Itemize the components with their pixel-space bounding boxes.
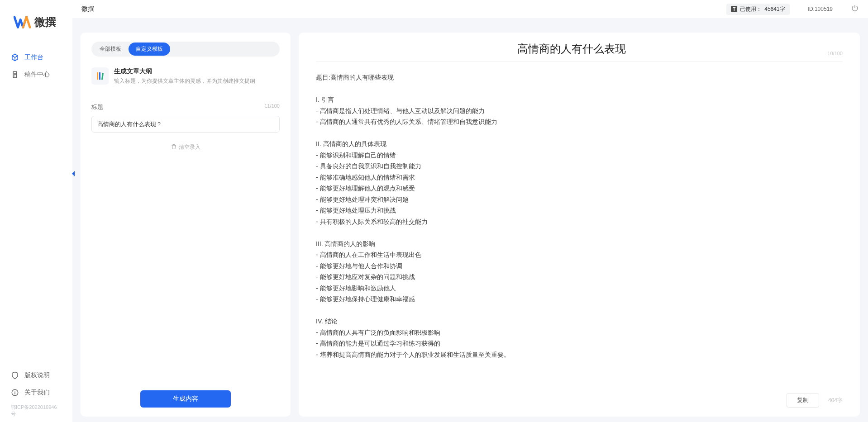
sidebar-item-label: 关于我们 xyxy=(24,389,50,397)
text-icon: T xyxy=(731,6,737,12)
template-card: 生成文章大纲 输入标题，为你提供文章主体的灵感，并为其创建推文提纲 xyxy=(91,67,280,85)
output-panel: 高情商的人有什么表现 10/100 题目:高情商的人有哪些表现 I. 引言 - … xyxy=(299,33,860,417)
output-title-counter: 10/100 xyxy=(827,51,843,56)
sidebar-collapse-handle[interactable] xyxy=(70,169,77,178)
sidebar-item-about[interactable]: 关于我们 xyxy=(0,384,72,401)
power-icon[interactable] xyxy=(851,4,859,14)
sidebar-item-label: 稿件中心 xyxy=(24,71,50,79)
icp-label: 鄂ICP备2022016946号 xyxy=(0,401,72,417)
sidebar-item-label: 版权说明 xyxy=(24,371,50,379)
title-input[interactable] xyxy=(91,116,280,133)
info-icon xyxy=(11,389,19,397)
clear-label: 清空录入 xyxy=(179,143,200,151)
title-char-counter: 11/100 xyxy=(264,103,280,111)
copy-button[interactable]: 复制 xyxy=(787,393,819,408)
config-panel: 全部模板 自定义模板 生成文章大纲 输入标题，为你提供文章主体的灵感，并为其创建… xyxy=(81,33,291,417)
user-id: ID:100519 xyxy=(808,6,833,12)
logo-icon xyxy=(14,14,31,31)
tab-custom-templates[interactable]: 自定义模板 xyxy=(129,43,170,56)
document-icon xyxy=(11,71,19,79)
output-title: 高情商的人有什么表现 xyxy=(316,42,827,56)
shield-icon xyxy=(11,371,19,379)
usage-badge[interactable]: T 已使用： 45641字 xyxy=(726,4,789,15)
usage-prefix: 已使用： xyxy=(740,5,762,13)
template-icon xyxy=(91,67,109,85)
field-label-title: 标题 xyxy=(91,103,103,111)
trash-icon xyxy=(171,143,177,151)
sidebar: 微撰 工作台 稿件中心 版权说明 xyxy=(0,0,72,422)
logo: 微撰 xyxy=(0,14,72,49)
generate-button[interactable]: 生成内容 xyxy=(140,390,231,408)
sidebar-item-drafts[interactable]: 稿件中心 xyxy=(0,66,72,83)
sidebar-item-workspace[interactable]: 工作台 xyxy=(0,49,72,66)
clear-input-button[interactable]: 清空录入 xyxy=(91,143,280,151)
top-header: 微撰 T 已使用： 45641字 ID:100519 xyxy=(72,0,868,18)
output-body-text[interactable]: 题目:高情商的人有哪些表现 I. 引言 - 高情商是指人们处理情绪、与他人互动以… xyxy=(316,72,843,381)
template-name: 生成文章大纲 xyxy=(114,67,255,76)
template-desc: 输入标题，为你提供文章主体的灵感，并为其创建推文提纲 xyxy=(114,77,255,85)
output-word-count: 404字 xyxy=(828,397,843,404)
logo-text: 微撰 xyxy=(34,15,56,29)
page-title: 微撰 xyxy=(81,5,94,13)
sidebar-item-copyright[interactable]: 版权说明 xyxy=(0,367,72,384)
template-tabs: 全部模板 自定义模板 xyxy=(91,42,280,57)
tab-all-templates[interactable]: 全部模板 xyxy=(92,43,129,56)
sidebar-item-label: 工作台 xyxy=(24,53,43,62)
cube-icon xyxy=(11,53,19,62)
usage-value: 45641字 xyxy=(764,5,785,13)
